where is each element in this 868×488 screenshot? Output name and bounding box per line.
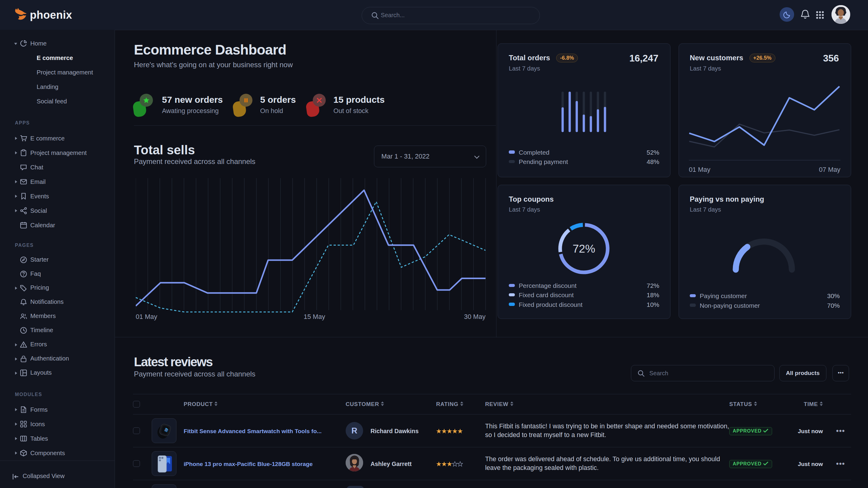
svg-text:07 May: 07 May — [819, 166, 840, 173]
svg-text:01 May: 01 May — [136, 313, 157, 320]
svg-text:01 May: 01 May — [689, 166, 710, 173]
svg-text:30 May: 30 May — [464, 313, 486, 320]
svg-text:72%: 72% — [572, 242, 595, 255]
svg-text:15 May: 15 May — [304, 313, 325, 320]
